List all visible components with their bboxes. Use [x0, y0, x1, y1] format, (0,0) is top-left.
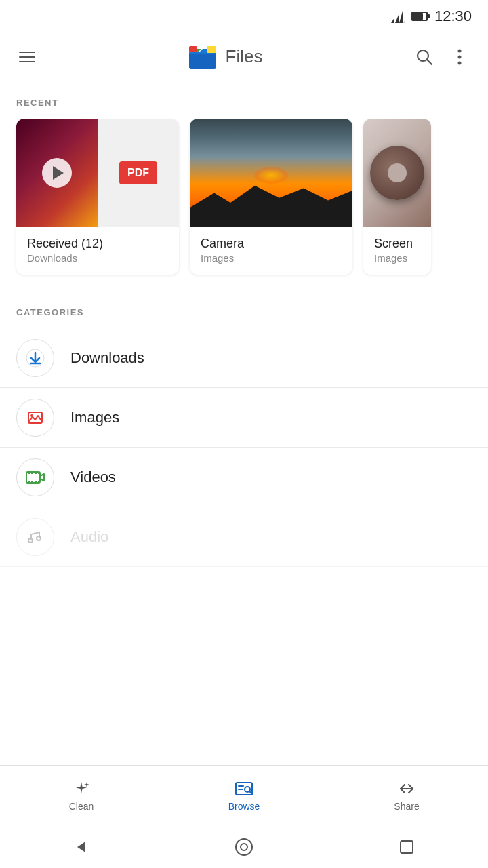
- svg-marker-2: [399, 11, 403, 23]
- home-button[interactable]: [229, 832, 259, 862]
- audio-icon: [26, 528, 45, 547]
- nav-item-clean[interactable]: Clean: [0, 766, 163, 825]
- svg-point-36: [241, 844, 247, 850]
- category-label-images: Images: [70, 409, 119, 427]
- more-button[interactable]: [445, 42, 474, 72]
- svg-rect-22: [28, 481, 30, 483]
- svg-point-11: [458, 61, 462, 64]
- recent-section-header: RECENT: [0, 81, 488, 119]
- nav-label-browse: Browse: [228, 801, 260, 812]
- svg-point-35: [236, 839, 252, 855]
- app-title: Files: [226, 46, 263, 67]
- card-info-received: Received (12) Downloads: [16, 227, 179, 275]
- back-icon: [73, 839, 89, 855]
- svg-point-9: [458, 49, 462, 52]
- app-title-area: Files: [41, 42, 409, 72]
- video-icon: [25, 468, 45, 487]
- card-preview-screen: [363, 119, 431, 227]
- app-bar: Files: [0, 33, 488, 81]
- recent-card-camera[interactable]: Camera Images: [190, 119, 352, 275]
- svg-rect-20: [35, 472, 37, 474]
- more-vertical-icon: [458, 49, 462, 65]
- bottom-nav: Clean Browse Share: [0, 765, 488, 825]
- card-location-screen: Images: [374, 252, 420, 264]
- app-bar-actions: [409, 42, 474, 72]
- recent-scroll: PDF Received (12) Downloads Camera Image…: [0, 119, 488, 291]
- browse-icon: [234, 779, 254, 798]
- signal-icon: [391, 9, 405, 23]
- videos-icon-circle: [16, 458, 54, 496]
- image-icon: [26, 408, 45, 427]
- svg-rect-19: [31, 472, 33, 474]
- svg-rect-18: [28, 472, 30, 474]
- card-name-received: Received (12): [27, 237, 168, 251]
- card-name-camera: Camera: [201, 237, 342, 251]
- svg-marker-0: [391, 18, 394, 23]
- category-item-images[interactable]: Images: [0, 388, 488, 448]
- pdf-preview: PDF: [98, 119, 179, 227]
- nav-label-share: Share: [394, 801, 419, 812]
- card-location-received: Downloads: [27, 252, 168, 264]
- recents-icon: [399, 840, 414, 854]
- svg-rect-24: [35, 481, 37, 483]
- card-preview-received: PDF: [16, 119, 179, 227]
- nav-item-share[interactable]: Share: [325, 766, 488, 825]
- svg-rect-37: [401, 841, 413, 853]
- recent-card-received[interactable]: PDF Received (12) Downloads: [16, 119, 179, 275]
- search-icon: [415, 48, 433, 66]
- categories-section-header: CATEGORIES: [0, 291, 488, 328]
- category-label-downloads: Downloads: [70, 349, 144, 367]
- card-name-screen: Screen: [374, 237, 420, 251]
- sunset-hills: [190, 178, 352, 227]
- svg-rect-25: [38, 481, 40, 483]
- donut-visual: [370, 146, 424, 200]
- battery-icon: [411, 12, 428, 21]
- svg-marker-1: [395, 15, 399, 23]
- svg-marker-34: [77, 842, 85, 852]
- search-button[interactable]: [409, 42, 439, 72]
- nav-label-clean: Clean: [69, 801, 94, 812]
- recent-card-screen[interactable]: Screen Images: [363, 119, 431, 275]
- svg-line-8: [427, 60, 432, 64]
- category-label-videos: Videos: [70, 469, 116, 486]
- download-icon: [26, 349, 45, 368]
- system-nav-bar: [0, 825, 488, 868]
- food-preview: [363, 119, 431, 227]
- play-triangle-icon: [53, 166, 64, 180]
- svg-rect-6: [189, 46, 197, 52]
- sunset-preview: [190, 119, 352, 227]
- images-icon-circle: [16, 399, 54, 437]
- svg-rect-5: [207, 46, 216, 53]
- svg-marker-3: [403, 20, 405, 23]
- svg-rect-23: [31, 481, 33, 483]
- svg-point-10: [458, 55, 462, 58]
- recents-button[interactable]: [392, 832, 422, 862]
- donut-hole: [388, 163, 407, 182]
- menu-button[interactable]: [14, 43, 41, 71]
- category-item-audio[interactable]: Audio: [0, 507, 488, 567]
- category-item-downloads[interactable]: Downloads: [0, 328, 488, 388]
- category-label-audio: Audio: [70, 528, 108, 546]
- audio-icon-circle: [16, 518, 54, 556]
- svg-point-26: [28, 538, 33, 542]
- nav-item-browse[interactable]: Browse: [163, 766, 325, 825]
- svg-point-27: [37, 536, 41, 540]
- status-icons: 12:30: [391, 7, 472, 25]
- share-icon: [397, 779, 416, 798]
- card-preview-camera: [190, 119, 352, 227]
- sun-glow: [254, 167, 288, 184]
- video-preview: [16, 119, 98, 227]
- home-icon: [235, 837, 253, 856]
- app-logo: [188, 42, 218, 72]
- categories-section: Downloads Images: [0, 328, 488, 567]
- play-button: [42, 158, 72, 188]
- pdf-badge: PDF: [119, 161, 157, 184]
- back-button[interactable]: [66, 832, 96, 862]
- category-item-videos[interactable]: Videos: [0, 448, 488, 507]
- svg-rect-21: [38, 472, 40, 474]
- status-bar: 12:30: [0, 0, 488, 33]
- card-location-camera: Images: [201, 252, 342, 264]
- time-display: 12:30: [434, 7, 472, 25]
- sparkle-icon: [72, 779, 91, 798]
- card-info-screen: Screen Images: [363, 227, 431, 275]
